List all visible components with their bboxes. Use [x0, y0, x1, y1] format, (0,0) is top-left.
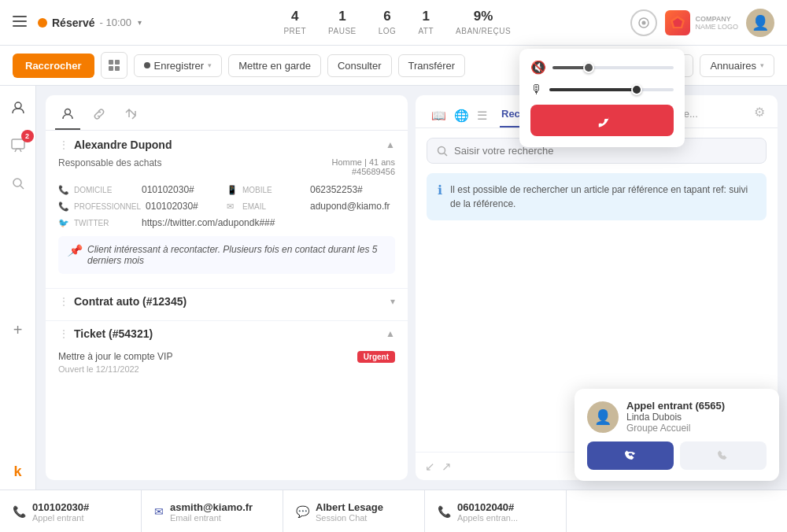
accept-call-button[interactable]	[587, 441, 674, 470]
status-time: - 10:00	[100, 17, 131, 28]
svg-rect-9	[109, 66, 113, 71]
consulter-button[interactable]: Consulter	[327, 54, 392, 77]
info-box: ℹ Il est possible de rechercher un artic…	[427, 173, 767, 220]
bottom-item-phone2[interactable]: 📞 060102040# Appels entran...	[425, 490, 567, 532]
bottom-phone-icon-2: 📞	[438, 505, 451, 518]
incoming-avatar: 👤	[587, 401, 619, 433]
sidebar-add-icon[interactable]: +	[13, 321, 23, 339]
email-label: EMAIL	[242, 202, 305, 211]
bottom-item-phone1[interactable]: 📞 010102030# Appel entrant	[0, 490, 142, 532]
contact-note: 📌 Client intéressant à recontacter. Plus…	[58, 236, 395, 274]
svg-point-11	[15, 102, 21, 109]
bottom-email-icon: ✉	[154, 505, 164, 518]
field-domicile: 📞 DOMICILE 010102030#	[58, 183, 227, 197]
mic-icon[interactable]: 🎙	[530, 83, 543, 97]
svg-point-4	[642, 20, 646, 24]
svg-rect-1	[13, 20, 27, 22]
svg-line-14	[20, 186, 24, 189]
domicile-label: DOMICILE	[74, 186, 137, 194]
volume-thumb[interactable]	[583, 62, 594, 73]
radio-icon[interactable]	[630, 9, 657, 36]
avatar[interactable]: 👤	[746, 9, 774, 37]
transferer-button[interactable]: Transférer	[398, 54, 465, 77]
audio-popup: 🔇 🎙	[519, 49, 685, 147]
chevron-down-icon[interactable]: ▾	[138, 18, 142, 27]
book-icon[interactable]: 📖	[431, 109, 446, 123]
twitter-icon: 🐦	[58, 218, 69, 228]
grid-button[interactable]	[101, 52, 127, 79]
svg-rect-8	[115, 60, 120, 65]
contact-fields: 📞 DOMICILE 010102030# 📱 MOBILE 062352253…	[58, 183, 395, 230]
tab-link[interactable]	[87, 103, 112, 130]
tab-person[interactable]	[55, 103, 80, 130]
sidebar-icon-search[interactable]	[6, 171, 31, 196]
expand-left-icon[interactable]: ↙	[425, 460, 435, 474]
bottom-label-2: Email entrant	[170, 513, 253, 523]
stat-aban: 9% Aban/Reçus	[456, 9, 511, 36]
bottom-label-1: Appel entrant	[32, 513, 89, 523]
hangup-button[interactable]	[530, 105, 674, 136]
bottom-info-2: asmith@kiamo.fr Email entrant	[170, 501, 253, 523]
mettre-en-garde-button[interactable]: Mettre en garde	[228, 54, 321, 77]
list-icon[interactable]: ☰	[477, 109, 487, 123]
bottom-item-chat[interactable]: 💬 Albert Lesage Session Chat	[283, 490, 425, 532]
contact-section: ⋮ Alexandre Dupond ▲ Responsable des ach…	[46, 131, 408, 289]
incoming-info: Appel entrant (6565) Linda Dubois Groupe…	[626, 400, 767, 434]
record-dot	[144, 62, 150, 68]
twitter-label: TWITTER	[74, 219, 137, 227]
enregistrer-button[interactable]: Enregistrer ▾	[134, 54, 223, 77]
field-twitter: 🐦 TWITTER https://twitter.com/adupondk##…	[58, 216, 395, 230]
mute-icon[interactable]: 🔇	[530, 60, 546, 75]
bottom-value-4: 060102040#	[457, 501, 518, 513]
ticket-row: Mettre à jour le compte VIP Urgent	[58, 351, 395, 363]
search-icon	[437, 146, 448, 157]
status-indicator[interactable]: Réservé - 10:00 ▾	[38, 17, 164, 29]
stat-aban-label: Aban/Reçus	[456, 27, 511, 35]
info-icon: ℹ	[438, 183, 442, 211]
volume-slider[interactable]	[552, 66, 674, 69]
incoming-group: Groupe Accueil	[626, 423, 767, 434]
bottom-value-3: Albert Lesage	[316, 501, 383, 513]
ticket-collapse-icon[interactable]: ▲	[386, 328, 395, 339]
bottom-label-3: Session Chat	[316, 513, 383, 523]
contract-collapse-icon[interactable]: ▾	[390, 296, 395, 307]
tab-arrows[interactable]	[118, 103, 143, 130]
expand-right-icon[interactable]: ↗	[442, 460, 452, 474]
mic-slider[interactable]	[549, 88, 674, 91]
mobile-icon: 📱	[227, 185, 238, 195]
bottom-value-1: 010102030#	[32, 501, 89, 513]
message-badge: 2	[21, 130, 34, 142]
stat-pret: 4 PRET	[283, 9, 306, 36]
company-logo: COMPANY NAME LOGO	[665, 10, 738, 35]
svg-rect-0	[13, 16, 27, 17]
left-sidebar: 2 + k	[0, 86, 36, 490]
kiamo-logo: k	[13, 464, 21, 480]
svg-point-15	[65, 109, 71, 115]
pro-phone-icon: 📞	[58, 201, 69, 212]
contract-header: ⋮ Contrat auto (#12345) ▾	[58, 295, 395, 308]
stats-bar: 4 PRET 1 PAUSE 6 LOG 1 ATT 9% Aban/Reçus	[164, 9, 630, 36]
sidebar-icon-person[interactable]	[6, 95, 31, 120]
raccrocher-button[interactable]: Raccrocher	[13, 54, 94, 78]
field-professionnel: 📞 PROFESSIONNEL 010102030#	[58, 199, 227, 213]
stat-log-num: 6	[379, 9, 397, 24]
svg-point-16	[438, 146, 445, 153]
annuaires-button[interactable]: Annuaires ▾	[700, 54, 774, 77]
contact-collapse-icon[interactable]: ▲	[386, 139, 395, 150]
contact-meta: Responsable des achats Homme | 41 ans #4…	[58, 157, 395, 176]
stat-aban-num: 9%	[456, 9, 511, 24]
company-logo-icon	[665, 10, 690, 35]
globe-icon[interactable]: 🌐	[454, 109, 469, 123]
mic-thumb[interactable]	[631, 84, 642, 95]
stat-att-label: ATT	[418, 27, 434, 35]
ticket-detail: Mettre à jour le compte VIP Urgent Ouver…	[58, 346, 395, 379]
contact-name: Alexandre Dupond	[74, 139, 381, 151]
decline-call-button[interactable]	[680, 441, 767, 470]
section-drag-handle: ⋮	[58, 139, 69, 151]
bottom-item-email[interactable]: ✉ asmith@kiamo.fr Email entrant	[142, 490, 283, 532]
contact-gender-age: Homme | 41 ans	[331, 157, 395, 167]
menu-icon[interactable]	[13, 14, 27, 31]
topbar-right: COMPANY NAME LOGO 👤	[630, 9, 774, 37]
settings-icon[interactable]: ⚙	[754, 105, 765, 126]
sidebar-icon-messages[interactable]: 2	[6, 133, 31, 158]
